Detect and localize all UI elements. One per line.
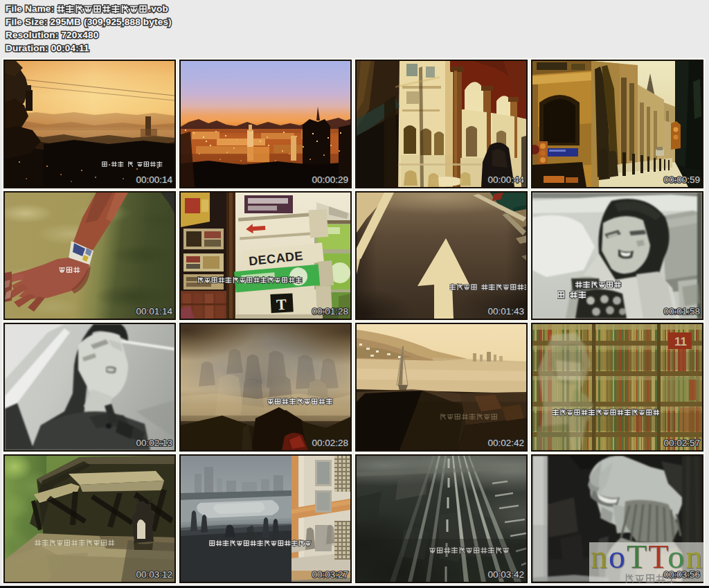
- svg-text:T: T: [276, 296, 287, 314]
